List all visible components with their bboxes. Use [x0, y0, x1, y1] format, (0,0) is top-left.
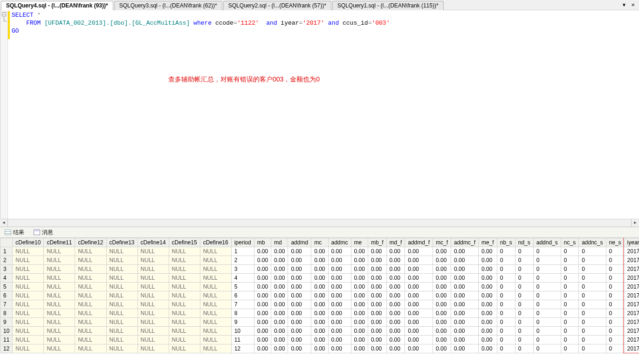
cell[interactable]: 0.00 [451, 291, 478, 300]
cell[interactable]: NULL [75, 283, 106, 291]
cell[interactable]: 2017 [624, 300, 639, 309]
cell[interactable]: NULL [75, 309, 106, 318]
cell[interactable]: NULL [13, 336, 44, 344]
cell[interactable]: NULL [44, 344, 75, 353]
cell[interactable]: 0.00 [405, 283, 433, 291]
cell[interactable]: 0.00 [451, 336, 478, 344]
col-header[interactable]: addmd [288, 238, 311, 247]
cell[interactable]: 0.00 [311, 327, 328, 336]
cell[interactable]: 0.00 [311, 309, 328, 318]
cell[interactable]: 0.00 [433, 291, 451, 300]
cell[interactable]: 0 [579, 318, 606, 327]
cell[interactable]: 0.00 [328, 336, 351, 344]
cell[interactable]: NULL [137, 309, 169, 318]
cell[interactable]: 0.00 [311, 274, 328, 283]
cell[interactable]: 0.00 [351, 291, 368, 300]
cell[interactable]: 0.00 [386, 274, 405, 283]
cell[interactable]: 0.00 [271, 247, 288, 256]
cell[interactable]: 0.00 [351, 274, 368, 283]
cell[interactable]: NULL [75, 247, 106, 256]
cell[interactable]: 2017 [624, 327, 639, 336]
cell[interactable]: 0.00 [288, 300, 311, 309]
cell[interactable]: 0 [533, 318, 561, 327]
cell[interactable]: 0 [606, 247, 624, 256]
cell[interactable]: 0.00 [254, 318, 271, 327]
table-row[interactable]: 5NULLNULLNULLNULLNULLNULLNULL50.000.000.… [0, 283, 639, 291]
col-header[interactable]: cDefine15 [169, 238, 200, 247]
tab-messages[interactable]: 消息 [31, 228, 56, 237]
cell[interactable]: 0.00 [433, 344, 451, 353]
cell[interactable]: 0 [533, 247, 561, 256]
cell[interactable]: 0 [515, 300, 533, 309]
cell[interactable]: NULL [200, 318, 231, 327]
cell[interactable]: 0 [579, 309, 606, 318]
cell[interactable]: 0.00 [311, 247, 328, 256]
cell[interactable]: 0.00 [311, 283, 328, 291]
cell[interactable]: 0.00 [254, 327, 271, 336]
cell[interactable]: 0.00 [288, 274, 311, 283]
cell[interactable]: 0.00 [254, 344, 271, 353]
cell[interactable]: 0.00 [271, 309, 288, 318]
cell[interactable]: 0 [561, 300, 578, 309]
cell[interactable]: 0 [561, 336, 578, 344]
cell[interactable]: 2017 [624, 291, 639, 300]
cell[interactable]: 0.00 [351, 247, 368, 256]
cell[interactable]: 8 [231, 309, 254, 318]
cell[interactable]: 0.00 [479, 309, 497, 318]
cell[interactable]: 0.00 [328, 247, 351, 256]
scroll-left-icon[interactable]: ◄ [0, 219, 8, 227]
cell[interactable]: 0 [497, 274, 515, 283]
cell[interactable]: 10 [231, 327, 254, 336]
cell[interactable]: 2017 [624, 344, 639, 353]
cell[interactable]: 0 [606, 256, 624, 265]
cell[interactable]: 0.00 [351, 300, 368, 309]
cell[interactable]: 0 [561, 274, 578, 283]
cell[interactable]: 2017 [624, 274, 639, 283]
cell[interactable]: NULL [44, 309, 75, 318]
cell[interactable]: 0.00 [368, 344, 386, 353]
cell[interactable]: NULL [75, 336, 106, 344]
cell[interactable]: 0 [497, 309, 515, 318]
cell[interactable]: 0 [497, 265, 515, 274]
cell[interactable]: NULL [106, 309, 137, 318]
cell[interactable]: 0 [606, 265, 624, 274]
col-header[interactable]: addmc [328, 238, 351, 247]
cell[interactable]: 0 [497, 283, 515, 291]
cell[interactable]: 0.00 [271, 291, 288, 300]
cell[interactable]: NULL [106, 344, 137, 353]
cell[interactable]: 0 [561, 327, 578, 336]
cell[interactable]: 0 [515, 274, 533, 283]
col-header[interactable]: mc [311, 238, 328, 247]
cell[interactable]: 2017 [624, 247, 639, 256]
cell[interactable]: 0 [606, 327, 624, 336]
cell[interactable]: NULL [137, 283, 169, 291]
cell[interactable]: 0.00 [451, 265, 478, 274]
cell[interactable]: NULL [13, 318, 44, 327]
cell[interactable]: NULL [200, 283, 231, 291]
col-header[interactable]: mb_f [368, 238, 386, 247]
cell[interactable]: 0.00 [479, 274, 497, 283]
cell[interactable]: 0.00 [351, 283, 368, 291]
tab-results[interactable]: 结果 [2, 228, 27, 237]
cell[interactable]: 11 [231, 336, 254, 344]
sql-code[interactable]: SELECT * FROM [UFDATA_002_2013].[dbo].[G… [12, 11, 390, 35]
cell[interactable]: 0.00 [433, 274, 451, 283]
scroll-right-icon[interactable]: ► [631, 219, 639, 227]
cell[interactable]: 0.00 [368, 327, 386, 336]
cell[interactable]: NULL [169, 274, 200, 283]
cell[interactable]: 0.00 [288, 291, 311, 300]
cell[interactable]: 0.00 [288, 309, 311, 318]
cell[interactable]: 0.00 [328, 265, 351, 274]
cell[interactable]: 0 [497, 256, 515, 265]
cell[interactable]: NULL [169, 318, 200, 327]
cell[interactable]: 0 [606, 283, 624, 291]
cell[interactable]: 0.00 [386, 265, 405, 274]
cell[interactable]: NULL [44, 318, 75, 327]
cell[interactable]: 0 [515, 327, 533, 336]
cell[interactable]: NULL [169, 336, 200, 344]
cell[interactable]: 0 [515, 265, 533, 274]
cell[interactable]: 0.00 [311, 291, 328, 300]
cell[interactable]: 0 [606, 318, 624, 327]
cell[interactable]: 0.00 [386, 283, 405, 291]
cell[interactable]: 0.00 [271, 318, 288, 327]
